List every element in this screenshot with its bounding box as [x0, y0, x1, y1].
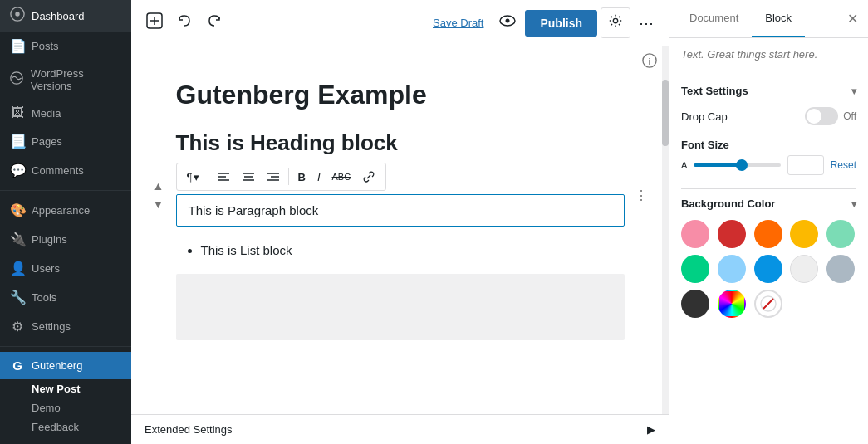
wordpress-versions-icon [10, 71, 24, 88]
color-swatch-very-dark-gray[interactable] [681, 290, 709, 318]
link-button[interactable] [357, 167, 380, 187]
plugins-icon: 🔌 [10, 232, 25, 247]
sidebar-item-tools[interactable]: 🔧 Tools [0, 283, 131, 312]
settings-icon: ⚙ [10, 319, 25, 334]
color-swatch-gradient[interactable] [718, 290, 746, 318]
bold-button[interactable]: B [292, 168, 310, 187]
right-panel: Document Block ✕ Text. Great things star… [669, 0, 868, 444]
sidebar-item-gutenberg[interactable]: G Gutenberg [0, 352, 131, 379]
font-size-label-row: Font Size [681, 137, 856, 152]
color-swatch-cyan-bluish-gray[interactable] [826, 255, 855, 283]
sidebar-sub-feedback[interactable]: Feedback [0, 417, 131, 437]
dashboard-icon [10, 7, 25, 25]
extended-settings-arrow: ▶ [647, 423, 655, 436]
font-size-slider[interactable] [694, 163, 780, 167]
sidebar-item-media[interactable]: 🖼 Media [0, 99, 131, 127]
redo-button[interactable] [201, 7, 228, 38]
paragraph-dropdown-arrow: ▾ [194, 171, 199, 183]
sidebar-divider-2 [0, 346, 131, 347]
sidebar-item-appearance[interactable]: 🎨 Appearance [0, 196, 131, 225]
drop-cap-row: Drop Cap Off [681, 107, 856, 125]
color-swatch-luminous-vivid-orange[interactable] [754, 220, 782, 248]
preview-button[interactable] [493, 7, 522, 39]
font-size-input[interactable] [787, 155, 824, 175]
font-size-label: Font Size [681, 139, 729, 151]
sidebar-sub-new-post[interactable]: New Post [0, 379, 131, 398]
color-swatch-pale-cyan-blue[interactable] [718, 255, 746, 283]
font-size-small-a: A [681, 160, 687, 170]
settings-icon [608, 15, 623, 32]
redo-icon [206, 12, 223, 33]
color-swatch-pale-pink[interactable] [681, 220, 709, 248]
italic-button[interactable]: I [312, 168, 326, 187]
color-swatch-very-light-gray[interactable] [790, 255, 818, 283]
block-move-up-button[interactable]: ▲ [151, 178, 166, 194]
panel-close-button[interactable]: ✕ [844, 7, 861, 30]
publish-button[interactable]: Publish [525, 10, 597, 37]
block-options-button[interactable]: ⋮ [635, 187, 648, 202]
color-swatch-vivid-red[interactable] [718, 220, 746, 248]
sidebar-item-wordpress-versions[interactable]: WordPress Versions [0, 61, 131, 99]
block-move-down-button[interactable]: ▼ [151, 196, 166, 212]
text-settings-chevron: ▾ [851, 85, 856, 97]
drop-cap-toggle-label: Off [843, 110, 856, 122]
paragraph-type-button[interactable]: ¶ ▾ [182, 168, 205, 187]
toolbar-divider-1 [208, 168, 208, 185]
undo-button[interactable] [171, 7, 198, 38]
align-center-button[interactable] [237, 167, 260, 187]
tab-document[interactable]: Document [676, 0, 752, 37]
sidebar-item-settings[interactable]: ⚙ Settings [0, 312, 131, 341]
extended-settings-bar[interactable]: Extended Settings ▶ [131, 414, 669, 444]
info-icon[interactable]: i [642, 53, 657, 71]
tab-block[interactable]: Block [752, 0, 805, 37]
more-options-button[interactable]: ⋯ [634, 9, 659, 37]
sidebar-sub-demo[interactable]: Demo [0, 398, 131, 417]
scrollbar-thumb[interactable] [662, 80, 669, 146]
font-size-reset-button[interactable]: Reset [831, 159, 856, 171]
sidebar-item-plugins[interactable]: 🔌 Plugins [0, 225, 131, 254]
sidebar-item-comments[interactable]: 💬 Comments [0, 156, 131, 185]
sidebar-item-label: Media [32, 107, 61, 120]
color-grid [681, 220, 856, 248]
settings-toggle-button[interactable] [601, 7, 630, 38]
color-swatch-vivid-cyan-blue[interactable] [754, 255, 782, 283]
color-swatch-vivid-green-cyan[interactable] [681, 255, 709, 283]
add-block-button[interactable] [141, 7, 168, 38]
text-settings-label: Text Settings [681, 85, 748, 97]
sidebar-item-pages[interactable]: 📃 Pages [0, 127, 131, 156]
section-divider [681, 188, 856, 189]
text-settings-header[interactable]: Text Settings ▾ [681, 85, 856, 97]
main-area: Save Draft Publish ⋯ [131, 0, 669, 444]
slider-thumb [736, 159, 748, 171]
undo-icon [176, 12, 193, 33]
paragraph-block[interactable]: This is Paragraph block [176, 194, 625, 227]
drop-cap-label: Drop Cap [681, 110, 728, 123]
comments-icon: 💬 [10, 163, 25, 178]
font-size-row: A Reset [681, 155, 856, 175]
color-swatch-luminous-vivid-amber[interactable] [790, 220, 818, 248]
drop-cap-toggle[interactable] [805, 107, 838, 125]
list-block[interactable]: This is List block [176, 243, 625, 257]
scrollbar-track[interactable] [662, 46, 669, 414]
block-side-menu: ▲ ▼ [151, 178, 166, 212]
color-swatch-no-color[interactable] [754, 290, 782, 318]
block-toolbar: ¶ ▾ B I ABC [176, 163, 387, 191]
users-icon: 👤 [10, 261, 25, 276]
color-grid-2 [681, 255, 856, 283]
sidebar-item-posts[interactable]: 📄 Posts [0, 32, 131, 61]
align-left-button[interactable] [212, 167, 235, 187]
sidebar-item-users[interactable]: 👤 Users [0, 254, 131, 283]
svg-text:i: i [649, 56, 651, 66]
post-title[interactable]: Gutenberg Example [176, 80, 625, 110]
color-swatch-light-green-cyan[interactable] [826, 220, 855, 248]
strikethrough-button[interactable]: ABC [327, 168, 356, 185]
align-right-button[interactable] [262, 167, 285, 187]
background-color-label: Background Color [681, 198, 775, 210]
background-color-header[interactable]: Background Color ▾ [681, 198, 856, 210]
save-draft-button[interactable]: Save Draft [426, 12, 490, 34]
sidebar-item-label: Pages [32, 135, 62, 148]
heading-block[interactable]: This is Heading block [176, 130, 625, 156]
sidebar-item-dashboard[interactable]: Dashboard [0, 0, 131, 32]
editor-wrapper: i Gutenberg Example This is Heading bloc… [131, 46, 669, 414]
media-icon: 🖼 [10, 105, 25, 120]
